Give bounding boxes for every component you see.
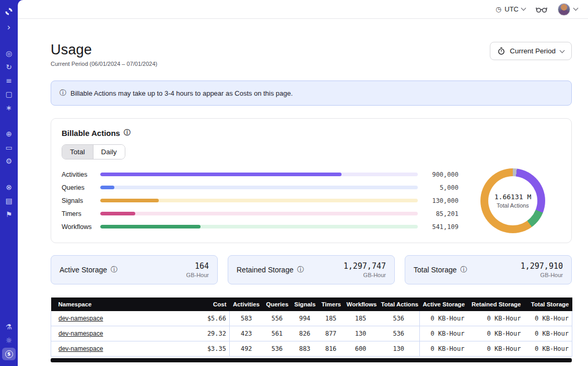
info-icon[interactable]: ⓘ — [124, 128, 131, 138]
workflows-cell: 185 — [344, 311, 378, 326]
bar-row-queries: Queries 5,000 — [62, 181, 458, 194]
bar-value: 85,201 — [418, 210, 458, 218]
signals-cell: 994 — [291, 311, 319, 326]
stat-label: Total Storage — [414, 266, 457, 274]
retained-storage-cell: 0 KB-Hour — [468, 326, 524, 341]
stat-unit: GB-Hour — [186, 272, 209, 278]
flag-icon[interactable]: ⚑ — [2, 208, 16, 221]
table-row: dev-namespace $5.66 583 556 994 185 185 … — [51, 311, 572, 326]
timers-cell: 816 — [319, 341, 344, 357]
card-icon[interactable]: ▭ — [2, 141, 16, 154]
queries-cell: 536 — [263, 341, 291, 357]
page-subtitle: Current Period (06/01/2024 – 07/01/2024) — [51, 61, 157, 67]
bar-label: Timers — [62, 210, 100, 218]
namespace-link[interactable]: dev-namespace — [58, 345, 103, 352]
stat-value: 1,297,747 — [344, 261, 386, 271]
temporal-logo-glyph — [4, 7, 14, 16]
active-storage-card: Active Storage ⓘ 164 GB-Hour — [51, 255, 218, 284]
table-header-row: Namespace Cost Activities Queries Signal… — [51, 298, 572, 311]
col-active-storage: Active Storage — [420, 298, 468, 311]
tab-daily[interactable]: Daily — [93, 145, 125, 159]
avatar[interactable] — [558, 3, 570, 16]
col-timers: Timers — [319, 298, 344, 311]
asterisk-icon[interactable]: ∗ — [2, 101, 16, 114]
clock-rotate-icon[interactable]: ↻ — [2, 61, 16, 73]
col-namespace: Namespace — [51, 298, 188, 311]
col-workflows: Workflows — [344, 298, 378, 311]
circle-x-icon[interactable]: ⊗ — [2, 181, 16, 193]
tab-total[interactable]: Total — [62, 145, 93, 159]
bar-chart: Activities 900,000 Queries 5,000 Signals… — [62, 168, 458, 233]
temporal-logo-icon[interactable] — [2, 5, 16, 18]
bar-track — [100, 186, 418, 189]
bar-label: Queries — [62, 184, 100, 191]
layers-icon[interactable]: ≡ — [2, 74, 16, 87]
total-storage-card: Total Storage ⓘ 1,297,910 GB-Hour — [405, 255, 572, 284]
col-signals: Signals — [291, 298, 319, 311]
donut-total-label: Total Actions — [497, 202, 529, 209]
queries-cell: 561 — [263, 326, 291, 341]
signals-cell: 883 — [291, 341, 319, 357]
table-row: dev-namespace 29.32 423 561 826 877 130 … — [51, 326, 572, 341]
donut-center: 1.66131 M Total Actions — [480, 168, 545, 233]
active-storage-cell: 0 KB-Hour — [420, 311, 468, 326]
chevron-down-icon — [521, 6, 526, 11]
sidebar: › ◎ ↻ ≡ ▢ ∗ ⊕ ▭ ⚙ ⊗ ▤ ⚑ ⚗ ☼ $ — [0, 0, 18, 366]
bar-track — [100, 199, 418, 202]
col-retained-storage: Retained Storage — [468, 298, 524, 311]
horizontal-scrollbar[interactable] — [51, 358, 572, 362]
page-title: Usage — [51, 42, 157, 58]
chevron-right-icon[interactable]: › — [2, 21, 16, 33]
glasses-icon[interactable] — [536, 6, 547, 13]
stat-label: Retained Storage — [237, 266, 293, 274]
bar-row-workflows: Workflows 541,109 — [62, 220, 458, 233]
stopwatch-icon — [498, 47, 505, 55]
user-menu[interactable] — [558, 3, 578, 16]
activities-cell: 583 — [230, 311, 263, 326]
retained-storage-cell: 0 KB-Hour — [468, 311, 524, 326]
info-icon[interactable]: ⓘ — [297, 265, 304, 274]
view-toggle-tabs: Total Daily — [62, 144, 125, 159]
billable-actions-chart: Activities 900,000 Queries 5,000 Signals… — [62, 168, 561, 233]
bar-track — [100, 212, 418, 215]
total-actions-cell: 536 — [378, 311, 420, 326]
total-actions-cell: 130 — [378, 341, 420, 357]
total-storage-cell: 0 KB-Hour — [524, 341, 572, 357]
chevron-down-icon — [573, 6, 579, 11]
target-icon[interactable]: ◎ — [2, 47, 16, 60]
bar-value: 130,000 — [418, 197, 458, 204]
bar-value: 541,109 — [418, 223, 458, 231]
stat-unit: GB-Hour — [521, 272, 563, 278]
col-total-storage: Total Storage — [524, 298, 572, 311]
sun-icon[interactable]: ☼ — [2, 334, 16, 347]
flask-icon[interactable]: ⚗ — [2, 321, 16, 333]
gear-icon[interactable]: ⚙ — [2, 155, 16, 167]
book-icon[interactable]: ▤ — [2, 195, 16, 207]
activities-cell: 423 — [230, 326, 263, 341]
bar-row-signals: Signals 130,000 — [62, 194, 458, 207]
info-icon[interactable]: ⓘ — [111, 265, 117, 274]
info-icon[interactable]: ⓘ — [461, 265, 467, 274]
cube-icon[interactable]: ▢ — [2, 88, 16, 100]
timers-cell: 185 — [319, 311, 344, 326]
bar-row-timers: Timers 85,201 — [62, 207, 458, 220]
timezone-selector[interactable]: ◷ UTC — [496, 5, 525, 13]
namespace-link[interactable]: dev-namespace — [58, 330, 103, 337]
page-header: Usage Current Period (06/01/2024 – 07/01… — [51, 42, 572, 67]
globe-icon[interactable]: ⊕ — [2, 128, 16, 140]
bar-track — [100, 225, 418, 228]
total-actions-cell: 536 — [378, 326, 420, 341]
namespace-link[interactable]: dev-namespace — [58, 315, 103, 322]
billable-actions-title: Billable Actions — [62, 129, 120, 138]
queries-cell: 556 — [263, 311, 291, 326]
cost-cell: 29.32 — [188, 326, 230, 341]
bar-row-activities: Activities 900,000 — [62, 168, 458, 181]
dollar-icon[interactable]: $ — [2, 348, 16, 360]
period-selector-button[interactable]: Current Period — [490, 42, 572, 60]
signals-cell: 826 — [291, 326, 319, 341]
bar-fill — [100, 212, 135, 215]
namespace-usage-table: Namespace Cost Activities Queries Signal… — [51, 298, 572, 362]
bar-fill — [100, 186, 114, 189]
cost-cell: $5.66 — [188, 311, 230, 326]
bar-track — [100, 173, 418, 176]
